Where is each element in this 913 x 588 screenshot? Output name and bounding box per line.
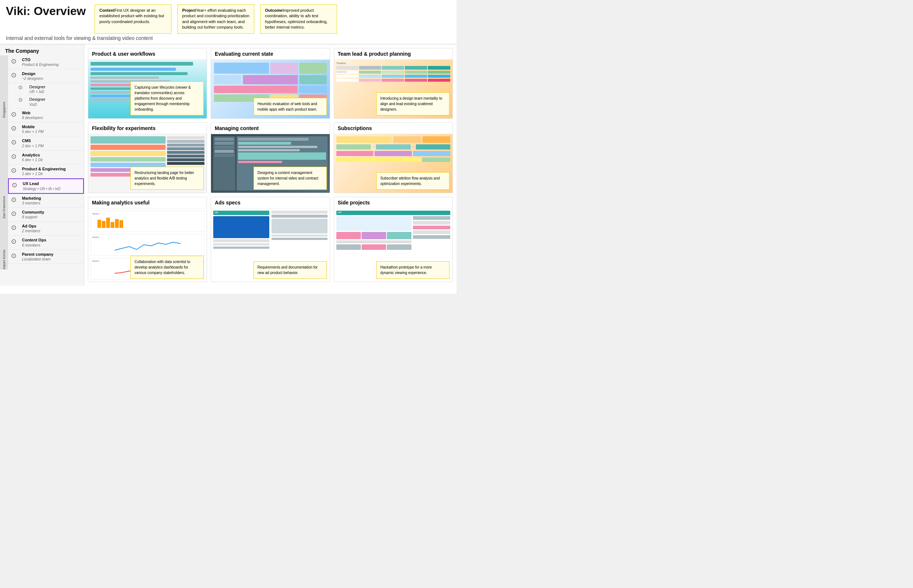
designer-ur-icon: ⊙ <box>18 84 26 90</box>
marketing-name: Marketing <box>22 195 41 201</box>
community-name: Community <box>22 210 44 215</box>
panel-team-lead-note: Introducing a design team mentality to a… <box>376 92 449 115</box>
panel-analytics-title: Making analytics useful <box>88 197 207 208</box>
panel-subscriptions-note: Subscriber attrition flow analysis and o… <box>376 172 449 190</box>
design-name: Design <box>22 71 43 76</box>
panel-team-lead: Team lead & product planning Timeline <box>334 48 453 119</box>
team-parent-company: ⊙ Parent company Localization team <box>8 250 84 264</box>
team-design: ⊙ Design ~2 designers <box>8 69 84 83</box>
community-icon: ⊙ <box>11 210 19 218</box>
panel-flexibility-note: Restructuring landing page for better an… <box>131 167 204 190</box>
region-sf: San Francisco ⊙ Product & Engineering 1 … <box>0 165 84 250</box>
page-header: Viki: Overview ContextFirst UX designer … <box>0 0 457 44</box>
team-designer-ur: ⊙ Designer UR + IxD <box>8 83 84 95</box>
panel-analytics-note: Collaboration with data scientist to dev… <box>131 256 204 279</box>
region-label-sf: San Francisco <box>0 165 8 250</box>
designer-visd-icon: ⊙ <box>18 97 26 103</box>
region-singapore: Singapore ⊙ CTO Product & Engineering ⊙ <box>0 55 84 165</box>
outcome-label: Outcome <box>265 8 283 13</box>
header-context-boxes: ContextFirst UX designer at an establish… <box>95 5 337 34</box>
outcome-box: OutcomeImproved product coordination, ab… <box>260 5 337 34</box>
ux-lead-icon: ⊙ <box>12 181 20 189</box>
team-content-ops: ⊙ Content Ops 6 members <box>8 236 84 249</box>
panel-subscriptions: Subscriptions → <box>334 122 453 193</box>
panel-ads-specs: Ads specs viki <box>211 197 330 282</box>
web-icon: ⊙ <box>11 110 19 118</box>
panel-evaluating: Evaluating current state <box>211 48 330 119</box>
panel-flexibility: Flexibility for experiments <box>88 122 207 193</box>
page-title: Viki: Overview <box>6 5 86 18</box>
mobile-icon: ⊙ <box>11 124 19 132</box>
panel-product-workflows: Product & user workflows <box>88 48 207 119</box>
community-sub: 8 support <box>22 215 44 220</box>
web-sub: 8 developers <box>22 115 43 120</box>
ux-lead-sub: Strategy • UR • IA • IxD <box>23 186 60 191</box>
cto-icon: ⊙ <box>11 57 19 65</box>
sidebar-regions: Singapore ⊙ CTO Product & Engineering ⊙ <box>0 55 84 270</box>
page-subtitle: Internal and external tools for viewing … <box>6 35 451 41</box>
panel-team-lead-img: Timeline Customers <box>334 60 452 118</box>
context-label: Context <box>99 8 114 13</box>
panel-evaluating-note: Heuristic evaluation of web tools and mo… <box>254 98 327 115</box>
parent-company-sub: Localization team <box>22 257 53 262</box>
cms-sub: 2 dev + 1 PM <box>22 144 44 149</box>
content-area: Product & user workflows <box>84 44 457 286</box>
adops-name: Ad Ops <box>22 223 40 229</box>
team-marketing: ⊙ Marketing 3 members <box>8 194 84 208</box>
designer-ur-name: Designer <box>29 84 45 89</box>
team-web: ⊙ Web 8 developers <box>8 108 84 122</box>
panel-side-projects-note: Hackathon prototype for a more dynamic v… <box>376 261 449 279</box>
design-sub: ~2 designers <box>22 76 43 81</box>
content-ops-name: Content Ops <box>22 237 46 242</box>
jk-teams: ⊙ Parent company Localization team <box>8 250 84 270</box>
region-label-jk: Japan Korea <box>0 250 8 270</box>
team-mobile: ⊙ Mobile 5 dev + 1 PM <box>8 122 84 136</box>
team-ux-lead: ⊙ UX Lead Strategy • UR • IA • IxD <box>8 178 84 194</box>
project-box: ProjectYear+ effort evaluating each prod… <box>177 5 254 34</box>
content-ops-icon: ⊙ <box>11 237 19 246</box>
analytics-sub: 6 dev + 1 Dir <box>22 158 43 162</box>
marketing-icon: ⊙ <box>11 195 19 204</box>
team-community: ⊙ Community 8 support <box>8 208 84 221</box>
cto-sub: Product & Engineering <box>22 62 59 67</box>
sf-teams: ⊙ Product & Engineering 1 dev + 1 Dir ⊙ … <box>8 165 84 250</box>
panel-subscriptions-title: Subscriptions <box>334 123 452 134</box>
marketing-sub: 3 members <box>22 201 41 205</box>
product-eng-sub: 1 dev + 1 Dir <box>22 171 66 176</box>
panel-product-workflows-img: Capturing user lifecycles (viewer & tran… <box>88 60 207 118</box>
main-content: The Company Singapore ⊙ CTO Product & En… <box>0 44 457 286</box>
panel-product-workflows-note: Capturing user lifecycles (viewer & tran… <box>131 81 204 115</box>
team-designer-visd: ⊙ Designer VisD <box>8 95 84 108</box>
web-name: Web <box>22 110 43 115</box>
product-eng-name: Product & Engineering <box>22 166 66 171</box>
panel-product-workflows-title: Product & user workflows <box>88 48 207 60</box>
designer-visd-sub: VisD <box>29 102 45 107</box>
cms-icon: ⊙ <box>11 138 19 146</box>
panel-side-projects-title: Side projects <box>334 197 452 208</box>
team-product-eng: ⊙ Product & Engineering 1 dev + 1 Dir <box>8 165 84 178</box>
project-label: Project <box>182 8 196 13</box>
panel-flexibility-title: Flexibility for experiments <box>88 123 207 134</box>
panel-side-projects-img: viki <box>334 208 452 282</box>
panel-side-projects: Side projects viki <box>334 197 453 282</box>
panel-flexibility-img: Restructuring landing page for better an… <box>88 134 207 193</box>
region-japan-korea: Japan Korea ⊙ Parent company Localizatio… <box>0 250 84 270</box>
panel-managing-content-img: Designing a content management system fo… <box>211 134 330 193</box>
team-adops: ⊙ Ad Ops 2 members <box>8 221 84 236</box>
analytics-icon: ⊙ <box>11 152 19 160</box>
cms-name: CMS <box>22 138 44 143</box>
ux-lead-name: UX Lead <box>23 181 60 186</box>
content-ops-sub: 6 members <box>22 243 46 248</box>
designer-ur-sub: UR + IxD <box>29 89 45 94</box>
cto-name: CTO <box>22 57 59 62</box>
parent-company-name: Parent company <box>22 252 53 257</box>
panel-managing-content: Managing content <box>211 122 330 193</box>
singapore-teams: ⊙ CTO Product & Engineering ⊙ Design ~2 … <box>8 55 84 165</box>
panel-evaluating-title: Evaluating current state <box>211 48 330 60</box>
panel-subscriptions-img: → → <box>334 134 452 193</box>
panel-analytics-img: Metric <box>88 208 207 282</box>
panel-ads-specs-img: viki <box>211 208 330 282</box>
team-cms: ⊙ CMS 2 dev + 1 PM <box>8 136 84 150</box>
panels-grid: Product & user workflows <box>88 48 453 282</box>
design-icon: ⊙ <box>11 71 19 79</box>
